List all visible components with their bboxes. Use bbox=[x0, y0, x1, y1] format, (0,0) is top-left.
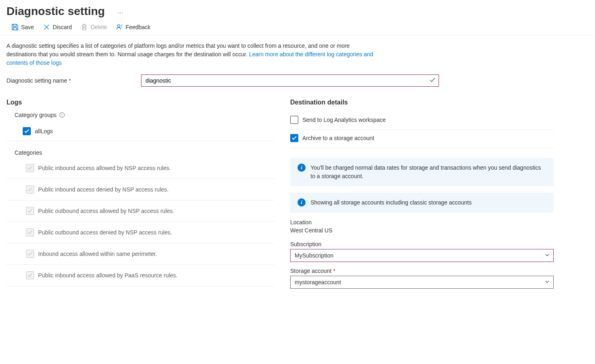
category-label: Public outbound access denied by NSP acc… bbox=[38, 229, 172, 236]
info-text: Showing all storage accounts including c… bbox=[310, 198, 472, 207]
subscription-select[interactable]: MySubscription bbox=[290, 249, 554, 262]
category-checkbox bbox=[26, 164, 34, 172]
toolbar: Save Discard Delete Feedback bbox=[0, 21, 595, 35]
more-menu-icon[interactable]: … bbox=[117, 8, 124, 15]
archive-storage-checkbox[interactable] bbox=[290, 134, 298, 142]
all-logs-checkbox[interactable] bbox=[23, 127, 31, 135]
all-logs-label: allLogs bbox=[35, 128, 53, 134]
close-icon bbox=[43, 23, 50, 31]
page-title: Diagnostic setting bbox=[6, 5, 105, 18]
svg-text:i: i bbox=[62, 113, 62, 117]
feedback-button-label: Feedback bbox=[126, 24, 150, 30]
category-checkbox bbox=[26, 228, 34, 236]
logs-heading: Logs bbox=[6, 99, 274, 106]
category-label: Public inbound access denied by NSP acce… bbox=[38, 186, 169, 193]
info-box: i Showing all storage accounts including… bbox=[290, 193, 554, 213]
category-groups-label: Category groups i bbox=[15, 112, 274, 118]
delete-button-label: Delete bbox=[90, 24, 107, 30]
storage-account-select[interactable]: mystorageaccount bbox=[290, 276, 554, 289]
destination-heading: Destination details bbox=[290, 99, 554, 106]
subscription-label: Subscription bbox=[290, 241, 554, 247]
page-header: Diagnostic setting … bbox=[0, 0, 595, 21]
trash-icon bbox=[81, 23, 88, 31]
category-label: Inbound access allowed within same perim… bbox=[38, 251, 157, 257]
setting-name-input[interactable] bbox=[141, 75, 439, 87]
feedback-icon bbox=[116, 23, 123, 31]
category-checkbox bbox=[26, 250, 34, 258]
setting-name-label: Diagnostic setting name* bbox=[6, 77, 141, 84]
category-label: Public inbound access allowed by PaaS re… bbox=[38, 272, 178, 279]
delete-button: Delete bbox=[81, 23, 107, 31]
save-icon bbox=[11, 23, 19, 31]
storage-account-label: Storage account* bbox=[290, 268, 554, 274]
required-asterisk: * bbox=[68, 77, 71, 84]
discard-button[interactable]: Discard bbox=[43, 23, 72, 31]
info-icon[interactable]: i bbox=[59, 112, 65, 118]
feedback-button[interactable]: Feedback bbox=[116, 23, 150, 31]
info-icon: i bbox=[298, 164, 306, 172]
category-checkbox bbox=[26, 271, 34, 279]
checkmark-icon bbox=[429, 77, 436, 85]
svg-point-0 bbox=[118, 25, 120, 27]
category-label: Public outbound access allowed by NSP ac… bbox=[38, 208, 174, 214]
info-box: i You'll be charged normal data rates fo… bbox=[290, 158, 554, 186]
categories-heading: Categories bbox=[15, 149, 274, 156]
save-button[interactable]: Save bbox=[11, 23, 34, 31]
category-checkbox bbox=[26, 185, 34, 194]
save-button-label: Save bbox=[21, 24, 34, 30]
setting-name-row: Diagnostic setting name* bbox=[0, 67, 595, 87]
log-analytics-label: Send to Log Analytics workspace bbox=[302, 117, 385, 123]
description-text: A diagnostic setting specifies a list of… bbox=[0, 35, 385, 67]
location-value: West Central US bbox=[290, 227, 554, 234]
log-analytics-checkbox[interactable] bbox=[290, 116, 298, 124]
location-label: Location bbox=[290, 219, 554, 226]
category-checkbox bbox=[26, 207, 34, 215]
info-icon: i bbox=[298, 198, 306, 206]
discard-button-label: Discard bbox=[53, 24, 72, 30]
archive-storage-label: Archive to a storage account bbox=[302, 135, 374, 141]
category-label: Public inbound access allowed by NSP acc… bbox=[38, 165, 171, 171]
info-text: You'll be charged normal data rates for … bbox=[310, 164, 546, 181]
